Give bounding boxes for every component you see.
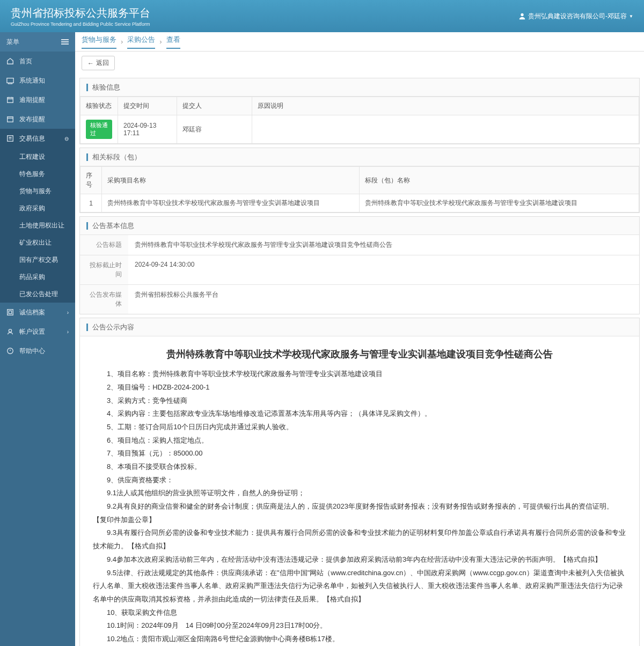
back-row: ← 返回: [75, 52, 644, 75]
sidebar-icon: [6, 328, 14, 335]
accent-bar-icon: [86, 153, 88, 161]
panel-title: 公告基本信息: [92, 221, 134, 231]
kv-value: 贵州省招标投标公共服务平台: [128, 285, 639, 314]
sidebar-item[interactable]: 诚信档案›: [0, 303, 75, 322]
breadcrumb-sep: ›: [121, 38, 123, 46]
sidebar-sub-item[interactable]: 土地使用权出让: [0, 217, 75, 234]
announcement-line: 7、项目预算（元）：85000.00: [93, 447, 626, 460]
announcement-line: 9.4参加本次政府采购活动前三年内，在经营活动中没有违法违规记录：提供参加政府采…: [93, 553, 626, 567]
sidebar-item[interactable]: 发布提醒: [0, 109, 75, 129]
th-status: 核验状态: [80, 97, 118, 115]
breadcrumb-item[interactable]: 查看: [166, 35, 180, 49]
cell-time: 2024-09-13 17:11: [118, 115, 177, 144]
panel-title: 核验信息: [92, 83, 120, 92]
back-button[interactable]: ← 返回: [82, 56, 115, 70]
announcement-line: 10、获取采购文件信息: [93, 606, 626, 620]
user-menu[interactable]: 贵州弘典建设咨询有限公司-邓廷容 ▼: [518, 12, 633, 21]
kv-label: 公告发布媒体: [80, 285, 128, 314]
announcement-line: 1、项目名称：贵州特殊教育中等职业技术学校现代家政服务与管理专业实训基地建设项目: [93, 368, 626, 381]
breadcrumb-item[interactable]: 货物与服务: [82, 35, 116, 49]
svg-rect-1: [7, 78, 13, 83]
sidebar-item-label: 帐户设置: [19, 327, 45, 336]
sidebar-sub-item[interactable]: 政府采购: [0, 200, 75, 217]
announcement-panel: 公告公示内容 贵州特殊教育中等职业技术学校现代家政服务与管理专业实训基地建设项目…: [79, 318, 640, 646]
sidebar-item-label: 系统通知: [19, 76, 45, 85]
sidebar-item-label: 诚信档案: [19, 308, 45, 317]
breadcrumb: 货物与服务 › 采购公告 › 查看: [75, 32, 644, 52]
svg-rect-2: [8, 98, 13, 103]
related-panel: 相关标段（包） 序号 采购项目名称 标段（包）名称 1 贵州特殊教育中等职业技术…: [79, 148, 640, 213]
hamburger-icon: [61, 39, 69, 45]
sidebar-sub-item[interactable]: 工程建设: [0, 148, 75, 165]
announcement-line: 8、本项目不接受联合体投标。: [93, 460, 626, 474]
sidebar-item[interactable]: 首页: [0, 52, 75, 71]
sidebar-sub-item[interactable]: 矿业权出让: [0, 234, 75, 251]
cell-proj: 贵州特殊教育中等职业技术学校现代家政服务与管理专业实训基地建设项目: [102, 194, 360, 212]
announcement-line: 3、采购方式：竞争性磋商: [93, 394, 626, 408]
back-label: 返回: [96, 58, 109, 68]
svg-rect-3: [8, 117, 13, 122]
accent-bar-icon: [86, 324, 88, 331]
sidebar-sub-item[interactable]: 药品采购: [0, 268, 75, 285]
sidebar-icon: [6, 77, 14, 84]
accent-bar-icon: [86, 222, 88, 230]
announcement-line: 4、采购内容：主要包括家政专业洗车场地维修改造记添置基本洗车用具等内容；（具体详…: [93, 407, 626, 421]
check-panel: 核验信息 核验状态 提交时间 提交人 原因说明 核验通过 2024-09-13 …: [79, 78, 640, 144]
cell-user: 邓廷容: [177, 115, 252, 144]
kv-row: 公告标题 贵州特殊教育中等职业技术学校现代家政服务与管理专业实训基地建设项目竞争…: [80, 235, 639, 255]
status-badge: 核验通过: [86, 120, 112, 139]
th-proj: 采购项目名称: [102, 167, 360, 194]
sidebar-item[interactable]: 逾期提醒: [0, 90, 75, 109]
sidebar-sub-item[interactable]: 特色服务: [0, 165, 75, 182]
panel-header: 相关标段（包）: [80, 148, 639, 166]
sidebar-item-label: 首页: [19, 57, 32, 66]
user-icon: [518, 12, 526, 20]
announcement-line: 10.2地点：贵阳市观山湖区金阳南路6号世纪金源购物中心商务楼B栋17楼。: [93, 633, 626, 646]
th-reason: 原因说明: [252, 97, 639, 115]
sidebar-sub-item[interactable]: 已发公告处理: [0, 285, 75, 303]
sidebar-item-label: 交易信息: [19, 134, 45, 143]
th-section: 标段（包）名称: [360, 167, 639, 194]
svg-point-0: [521, 13, 523, 16]
announcement-line: 9.3具有履行合同所必需的设备和专业技术能力：提供具有履行合同所必需的设备和专业…: [93, 526, 626, 553]
kv-list: 公告标题 贵州特殊教育中等职业技术学校现代家政服务与管理专业实训基地建设项目竞争…: [80, 235, 639, 314]
cell-section: 贵州特殊教育中等职业技术学校现代家政服务与管理专业实训基地建设项目: [360, 194, 639, 212]
sidebar-icon: [6, 96, 14, 104]
chevron-icon: ›: [67, 310, 69, 315]
sidebar-icon: [6, 115, 14, 123]
sidebar-icon: [6, 309, 14, 316]
related-table: 序号 采购项目名称 标段（包）名称 1 贵州特殊教育中等职业技术学校现代家政服务…: [80, 166, 639, 212]
panel-header: 核验信息: [80, 78, 639, 97]
cell-reason: [252, 115, 639, 144]
top-header: 贵州省招标投标公共服务平台 GuiZhou Province Tendering…: [0, 0, 644, 32]
sidebar-sub-item[interactable]: 货物与服务: [0, 182, 75, 200]
th-user: 提交人: [177, 97, 252, 115]
announcement-heading: 贵州特殊教育中等职业技术学校现代家政服务与管理专业实训基地建设项目竞争性磋商公告: [93, 345, 626, 363]
svg-point-6: [9, 329, 11, 332]
announcement-line: 9、供应商资格要求：: [93, 474, 626, 487]
site-subtitle: GuiZhou Province Tendering and Bidding P…: [11, 21, 150, 27]
sidebar-item[interactable]: 帮助中心: [0, 341, 75, 361]
announcement-line: 2、项目编号：HDZB-2024-200-1: [93, 381, 626, 394]
sidebar-icon: [6, 57, 14, 65]
breadcrumb-item[interactable]: 采购公告: [127, 35, 155, 49]
back-arrow-icon: ←: [87, 60, 94, 67]
sidebar-icon: [6, 135, 14, 142]
kv-row: 投标截止时间 2024-09-24 14:30:00: [80, 255, 639, 284]
menu-label: 菜单: [6, 38, 61, 47]
th-idx: 序号: [80, 167, 102, 194]
caret-down-icon: ▼: [629, 14, 633, 19]
cell-idx: 1: [80, 194, 102, 212]
chevron-icon: ⊖: [64, 136, 69, 142]
announcement-body: 贵州特殊教育中等职业技术学校现代家政服务与管理专业实训基地建设项目竞争性磋商公告…: [80, 336, 639, 646]
sidebar-item[interactable]: 系统通知: [0, 71, 75, 90]
sidebar-item[interactable]: 帐户设置›: [0, 322, 75, 341]
announcement-line: 10.1时间：2024年09月 14 日09时00分至2024年09月23日17…: [93, 619, 626, 633]
chevron-icon: ›: [67, 329, 69, 335]
sidebar-item[interactable]: 交易信息⊖: [0, 129, 75, 148]
sidebar: 菜单 首页系统通知逾期提醒发布提醒交易信息⊖工程建设特色服务货物与服务政府采购土…: [0, 32, 75, 646]
check-table: 核验状态 提交时间 提交人 原因说明 核验通过 2024-09-13 17:11…: [80, 97, 639, 144]
sidebar-menu-header[interactable]: 菜单: [0, 32, 75, 52]
sidebar-sub-item[interactable]: 国有产权交易: [0, 251, 75, 268]
breadcrumb-sep: ›: [159, 38, 162, 46]
